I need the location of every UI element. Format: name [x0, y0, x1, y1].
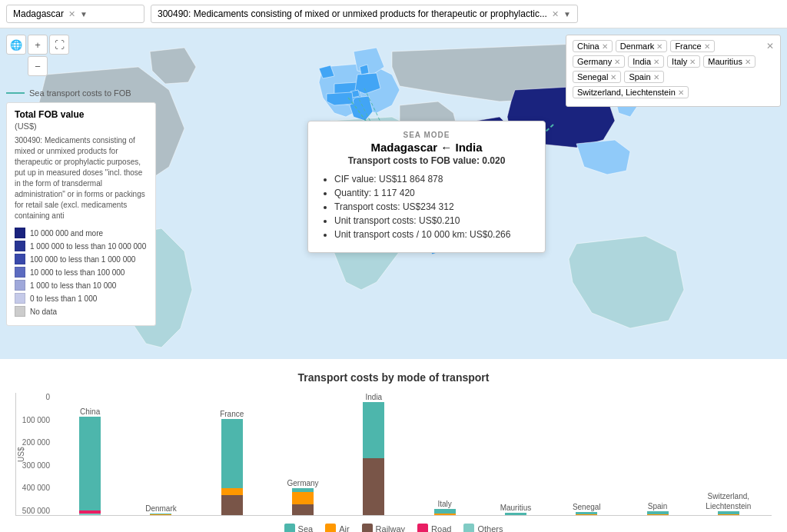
tags-close-button[interactable]: ✕	[766, 41, 774, 52]
legend-line-indicator: Sea transport costs to FOB	[6, 88, 156, 98]
tags-container: China ✕Denmark ✕France ✕✕Germany ✕India …	[573, 40, 774, 83]
tag-remove[interactable]: ✕	[653, 58, 659, 66]
y-tick: 300 000	[16, 461, 50, 470]
product-dropdown[interactable]: 300490: Medicaments consisting of mixed …	[151, 5, 578, 23]
legend-items: 10 000 000 and more1 000 000 to less tha…	[15, 228, 148, 317]
tag-germany[interactable]: Germany ✕	[573, 55, 625, 68]
legend-subtitle: (US$)	[15, 121, 148, 131]
tag-label: Spain	[629, 72, 650, 81]
legend-color	[417, 524, 428, 532]
x-axis-label: Italy	[437, 499, 451, 509]
product-arrow: ▼	[563, 10, 571, 18]
y-tick: 0	[16, 393, 50, 401]
tag-label: Italy	[672, 57, 687, 66]
tag-china[interactable]: China ✕	[573, 40, 613, 52]
bar-stack[interactable]	[434, 509, 456, 515]
tag-remove[interactable]: ✕	[653, 73, 659, 81]
tooltip-item: Unit transport costs / 10 000 km: US$0.2…	[334, 229, 533, 240]
tooltip-subtitle: Transport costs to FOB value: 0.020	[320, 155, 533, 166]
chart-area: Transport costs by mode of transport US$…	[0, 359, 787, 532]
tag-label: Senegal	[577, 72, 608, 81]
chart-legend: SeaAirRailwayRoadOthers	[15, 524, 772, 532]
bar-segment-air	[576, 514, 597, 515]
bar-segment-air	[434, 514, 456, 515]
x-axis-label: Mauritius	[500, 503, 532, 513]
tag-remove[interactable]: ✕	[689, 58, 696, 66]
tag-france[interactable]: France ✕	[670, 40, 714, 52]
tag-remove[interactable]: ✕	[656, 42, 662, 51]
country-dropdown[interactable]: Madagascar ✕ ▼	[6, 5, 144, 23]
x-axis-label: France	[220, 409, 244, 419]
chart-group: China	[55, 404, 125, 515]
tooltip-item: Quantity: 1 117 420	[334, 188, 533, 198]
tag-remove[interactable]: ✕	[745, 58, 751, 66]
chart-group: Senegal	[551, 499, 622, 515]
bar-stack[interactable]	[576, 512, 597, 515]
legend-label: Air	[339, 524, 349, 532]
chart-group: Denmark	[125, 500, 196, 515]
tag-remove[interactable]: ✕	[704, 42, 710, 51]
zoom-out-button[interactable]: −	[28, 56, 48, 76]
bar-stack[interactable]	[150, 514, 171, 515]
legend-color	[362, 524, 373, 532]
tag-italy[interactable]: Italy ✕	[667, 55, 700, 68]
tag-label: Denmark	[620, 42, 655, 51]
tag-spain[interactable]: Spain ✕	[624, 71, 663, 83]
bar-segment-air	[647, 514, 669, 515]
bar-segment-air	[292, 492, 314, 504]
map-area: 🌐 + ⛶ − Sea transport costs to FOB Total…	[0, 28, 787, 359]
product-clear[interactable]: ✕	[552, 9, 559, 19]
legend-item: 10 000 000 and more	[15, 228, 148, 238]
y-tick: 400 000	[16, 484, 50, 492]
bar-stack[interactable]	[221, 419, 243, 515]
bar-segment-sea	[505, 513, 526, 515]
bar-stack[interactable]	[718, 511, 739, 515]
bar-stack[interactable]	[505, 513, 526, 515]
bar-stack[interactable]	[363, 402, 384, 515]
bar-stack[interactable]	[647, 511, 669, 515]
legend-line-label: Sea transport costs to FOB	[29, 88, 131, 98]
tag-remove[interactable]: ✕	[602, 42, 608, 51]
country-clear[interactable]: ✕	[68, 9, 75, 19]
tag-remove[interactable]: ✕	[610, 73, 616, 81]
legend-label: Others	[477, 524, 503, 532]
legend-label: Road	[431, 524, 451, 532]
globe-button[interactable]: 🌐	[6, 35, 26, 55]
tooltip-item: Transport costs: US$234 312	[334, 201, 533, 212]
tag-remove[interactable]: ✕	[614, 58, 620, 66]
legend-title: Total FOB value	[15, 109, 148, 120]
chart-group: Germany	[267, 475, 338, 515]
bar-segment-air	[150, 514, 171, 515]
tag-denmark[interactable]: Denmark ✕	[616, 40, 668, 52]
bar-segment-air	[718, 514, 739, 515]
y-tick: 500 000	[16, 507, 50, 515]
chart-group: India	[338, 389, 409, 515]
tag-mauritius[interactable]: Mauritius ✕	[703, 55, 755, 68]
country-tags-panel: China ✕Denmark ✕France ✕✕Germany ✕India …	[566, 35, 781, 107]
tag-label: Germany	[577, 57, 612, 66]
bar-stack[interactable]	[292, 488, 314, 515]
tag-india[interactable]: India ✕	[628, 55, 664, 68]
expand-button[interactable]: ⛶	[49, 35, 69, 55]
tag-senegal[interactable]: Senegal ✕	[573, 71, 621, 83]
bar-stack[interactable]	[79, 417, 101, 515]
chart-group: Switzerland,Liechtenstein	[693, 488, 764, 515]
tag-label: France	[675, 42, 701, 51]
bar-segment-sea	[221, 419, 243, 488]
tooltip-item: CIF value: US$11 864 878	[334, 174, 533, 185]
tooltip-item: Unit transport costs: US$0.210	[334, 215, 533, 226]
x-axis-label: Denmark	[145, 504, 177, 514]
bar-segment-railway	[363, 458, 384, 515]
legend-box: Total FOB value (US$) 300490: Medicament…	[6, 102, 156, 326]
zoom-in-button[interactable]: +	[28, 35, 48, 55]
legend-color	[325, 524, 336, 532]
chart-legend-entry: Railway	[362, 524, 406, 532]
tag-switzerland-remove[interactable]: ✕	[678, 88, 684, 97]
legend-item: No data	[15, 306, 148, 317]
bar-segment-railway	[292, 504, 314, 515]
tag-switzerland[interactable]: Switzerland, Liechtenstein ✕	[573, 86, 689, 98]
legend-item: 1 000 to less than 10 000	[15, 280, 148, 291]
chart-group: Mauritius	[480, 500, 551, 515]
legend-description: 300490: Medicaments consisting of mixed …	[15, 135, 148, 221]
tag-switzerland-label: Switzerland, Liechtenstein	[577, 88, 676, 97]
